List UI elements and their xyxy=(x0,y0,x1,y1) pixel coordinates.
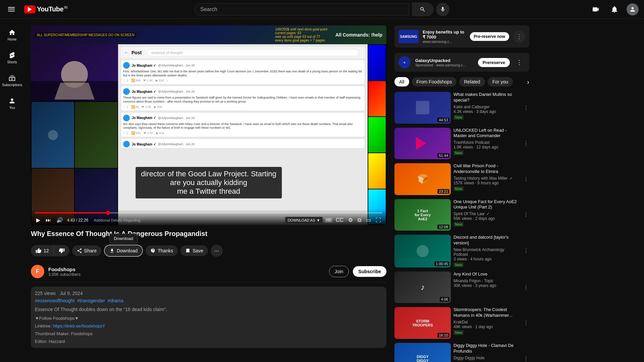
tag-2[interactable]: #transgender xyxy=(77,298,105,303)
post-search-bar: essence of thought xyxy=(147,49,359,56)
sponsored-more-button[interactable]: ⋮ xyxy=(513,56,525,68)
rec-video-2[interactable]: 51:44 UNLOCKED Left on Read - Master and… xyxy=(394,128,529,160)
rec-art-1 xyxy=(416,101,429,114)
header: YouTubeIN xyxy=(0,0,644,19)
create-button[interactable] xyxy=(589,3,602,16)
fullscreen-button[interactable]: ⛶ xyxy=(374,217,382,224)
rec-video-1[interactable]: 44:53 What makes Daniel Mullins so speci… xyxy=(394,92,529,124)
video-description[interactable]: 225 views Jul 9, 2024 #essenceofthought … xyxy=(31,287,386,348)
download-label: Download xyxy=(117,248,138,253)
rec-info-6: Any Kind Of Love Miranda Frigon - Topic … xyxy=(453,272,520,303)
tag-1[interactable]: #essenceofthought xyxy=(35,298,74,303)
rec-video-3[interactable]: 🍞 23:21 Civil War Prison Food - Anderson… xyxy=(394,163,529,195)
shorts-label: Shorts xyxy=(7,60,17,64)
main-layout: Home Shorts Subscriptions You ALL xyxy=(0,19,644,362)
video-left xyxy=(31,44,118,225)
person-torso xyxy=(54,83,95,100)
rec-video-5[interactable]: 1:00:45 Discord and datcord [taylor's ve… xyxy=(394,235,529,267)
filter-tab-all[interactable]: All xyxy=(394,77,409,86)
download-button[interactable]: Download xyxy=(104,245,143,257)
rec-more-8[interactable]: ⋮ xyxy=(523,343,529,362)
rec-thumb-3: 🍞 23:21 xyxy=(394,163,451,195)
rec-more-7[interactable]: ⋮ xyxy=(523,307,529,339)
rec-thumb-5: 1:00:45 xyxy=(394,235,451,267)
ad-more-button[interactable]: ⋮ xyxy=(513,31,525,43)
like-button[interactable]: 12 xyxy=(31,245,54,256)
volume-button[interactable]: 🔊 xyxy=(55,216,64,224)
video-actions: 12 Share Download Download xyxy=(31,241,386,261)
rec-channel-3: Tasting History with Max Miller ✓ xyxy=(453,176,520,181)
settings-button[interactable]: ⚙ xyxy=(347,216,354,224)
post-1-handle: @JolyonMaugham · Jun 20 xyxy=(158,64,195,67)
rec-more-6[interactable]: ⋮ xyxy=(523,272,529,303)
progress-bar[interactable] xyxy=(35,212,382,214)
share-label: Share xyxy=(84,248,97,253)
video-right-tiles xyxy=(368,44,386,225)
you-label: You xyxy=(9,106,15,110)
youtube-logo[interactable]: YouTubeIN xyxy=(24,5,67,13)
play-button[interactable]: ▶ xyxy=(35,216,42,224)
rec-more-1[interactable]: ⋮ xyxy=(523,92,529,124)
notifications-button[interactable] xyxy=(608,3,621,16)
video-content: ALL SUPERCHAT/MEMBERSHIP MESSAGES GO ON … xyxy=(31,25,386,225)
left-sidebar: Home Shorts Subscriptions You xyxy=(0,19,24,362)
home-label: Home xyxy=(8,38,17,41)
rec-channel-7: KrakDal xyxy=(453,320,520,324)
filter-tab-for-you[interactable]: For you xyxy=(488,77,513,86)
join-button[interactable]: Join xyxy=(329,266,349,277)
rec-video-8[interactable]: DIGGYDIGGY 3:45 Diggy Diggy Hole - Clama… xyxy=(394,343,529,362)
rec-meta-6: 30K views · 3 years ago xyxy=(453,283,520,288)
dono-text: 148/250$ until next dono goal pointcurre… xyxy=(275,27,327,42)
rec-video-6[interactable]: ♪ 4:06 Any Kind Of Love Miranda Frigon -… xyxy=(394,272,529,303)
user-avatar[interactable] xyxy=(627,3,639,15)
save-button[interactable]: Save xyxy=(180,245,208,256)
rec-meta-2: 1.9K views · 12 days ago xyxy=(453,145,520,149)
miniplayer-button[interactable]: ⧉ xyxy=(356,217,363,224)
share-button[interactable]: Share xyxy=(72,245,101,256)
sponsored-cta-button[interactable]: Prereserve xyxy=(478,58,510,67)
theater-button[interactable]: ▭ xyxy=(365,216,372,224)
subscribe-button[interactable]: Subscribe xyxy=(353,266,386,277)
shorts-icon xyxy=(8,52,16,59)
download-as-button[interactable]: DOWNLOAD AS ▼ xyxy=(285,217,323,224)
rec-art-3: 🍞 xyxy=(417,174,429,185)
subtitle-line2: are you actually kidding xyxy=(141,178,276,187)
dislike-button[interactable] xyxy=(54,245,69,256)
rec-video-4[interactable]: 1 Factfor EveryAoE2 12:08 One Unique Fac… xyxy=(394,199,529,231)
more-options-button[interactable]: ··· xyxy=(211,245,223,257)
search-input[interactable] xyxy=(195,4,409,15)
hamburger-menu-button[interactable] xyxy=(5,3,19,16)
tile-2 xyxy=(368,81,386,117)
ad-cta-button[interactable]: Pre-reserve now xyxy=(470,32,509,41)
rec-duration-4: 12:08 xyxy=(437,225,449,229)
search-button[interactable] xyxy=(412,3,433,16)
rec-info-4: One Unique Fact for Every AoE2 Unique Un… xyxy=(453,199,520,231)
sidebar-you-button[interactable]: You xyxy=(1,93,23,114)
time-display: 4:43 / 22:26 xyxy=(67,218,88,223)
channel-avatar: F xyxy=(31,265,44,278)
video-player[interactable]: ALL SUPERCHAT/MEMBERSHIP MESSAGES GO ON … xyxy=(31,25,386,225)
filter-arrow-button[interactable]: › xyxy=(527,78,529,86)
sidebar-shorts-button[interactable]: Shorts xyxy=(1,47,23,68)
rec-video-7[interactable]: STORMTROOPERS 16:10 Stormtroopers: The C… xyxy=(394,307,529,339)
tag-3[interactable]: #drama xyxy=(108,298,123,303)
voice-search-button[interactable] xyxy=(436,3,449,16)
filter-tab-related[interactable]: Related xyxy=(459,77,485,86)
sidebar-subscriptions-button[interactable]: Subscriptions xyxy=(1,70,23,91)
rec-more-4[interactable]: ⋮ xyxy=(523,199,529,231)
desc-linktree: Linktree: https://linktr.ee/foodshopsY xyxy=(35,323,382,328)
skip-button[interactable]: ⏭ xyxy=(44,217,52,224)
rec-more-5[interactable]: ⋮ xyxy=(523,235,529,267)
filter-tab-from-foodshops[interactable]: From Foodshops xyxy=(412,77,457,86)
thanks-button[interactable]: Thanks xyxy=(146,245,178,256)
subscriptions-icon xyxy=(8,74,16,82)
rec-play-2 xyxy=(416,137,426,150)
sidebar-home-button[interactable]: Home xyxy=(1,24,23,46)
rec-title-2: UNLOCKED Left on Read - Master and Comma… xyxy=(453,128,520,139)
download-arrow-icon: ▼ xyxy=(317,218,320,222)
rec-more-2[interactable]: ⋮ xyxy=(523,128,529,160)
rec-more-3[interactable]: ⋮ xyxy=(523,163,529,195)
linktree-link[interactable]: https://linktr.ee/foodshopsY xyxy=(53,323,105,328)
subtitles-button[interactable]: CC xyxy=(334,217,345,224)
tile-3 xyxy=(368,117,386,153)
